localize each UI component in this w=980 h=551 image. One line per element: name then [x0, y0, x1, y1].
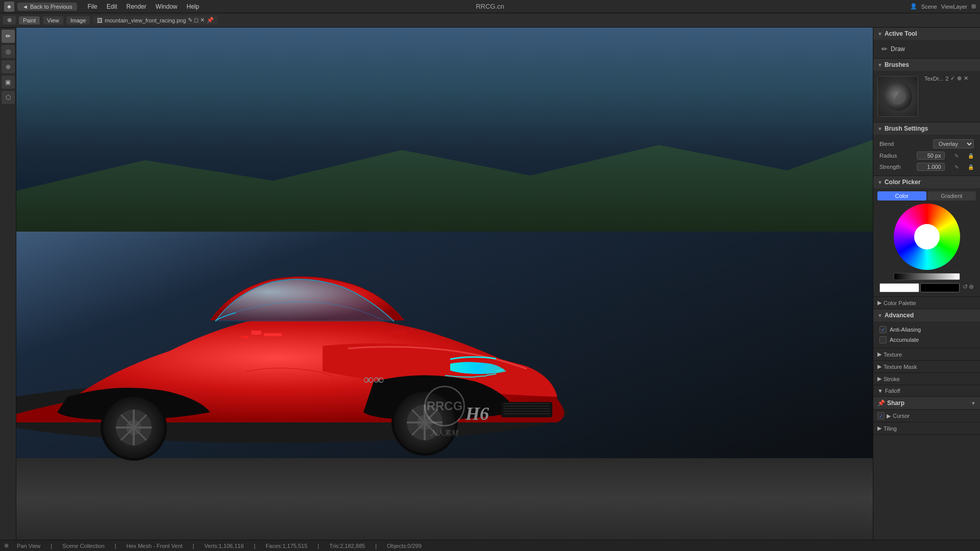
- app-title: RRCG.cn: [476, 3, 504, 10]
- brushes-chevron: ▼: [877, 62, 883, 68]
- status-mesh: Hex Mesh - Front Vent: [127, 543, 183, 549]
- color-swatch-black[interactable]: [920, 283, 960, 292]
- main-area: ✏ ◎ ⊕ ▣ ⬡: [0, 28, 980, 540]
- radius-edit-icon: ✎: [954, 153, 959, 159]
- texture-mask-section[interactable]: ▶ Texture Mask: [873, 361, 980, 373]
- menu-help[interactable]: Help: [183, 2, 204, 11]
- sharp-pin-icon: 📌: [877, 399, 885, 407]
- brushes-header[interactable]: ▼ Brushes: [873, 59, 980, 71]
- falloff-chevron: ▼: [877, 388, 883, 394]
- file-controls: ✎ ◻ ✕: [188, 17, 205, 23]
- brush-preview[interactable]: [877, 76, 918, 117]
- advanced-header[interactable]: ▼ Advanced: [873, 309, 980, 321]
- color-palette-section[interactable]: ▶ Color Palette: [873, 297, 980, 309]
- image-btn[interactable]: Image: [66, 16, 90, 24]
- svg-line-4: [476, 376, 486, 377]
- fill-tool-btn[interactable]: ▣: [2, 76, 15, 89]
- color-wheel[interactable]: [894, 204, 960, 270]
- brush-check-icon: ✓: [950, 75, 955, 82]
- active-tool-chevron: ▼: [877, 31, 883, 37]
- strength-value[interactable]: 1.000: [917, 163, 945, 171]
- tiling-section[interactable]: ▶ Tiling: [873, 422, 980, 435]
- blur-tool-btn[interactable]: ◎: [2, 45, 15, 58]
- viewport-image: ∞∞ H6: [16, 28, 873, 540]
- svg-text:∞∞: ∞∞: [363, 371, 384, 387]
- top-bar: ◈ ◄ Back to Previous File Edit Render Wi…: [0, 0, 980, 13]
- status-separator-3: |: [193, 543, 194, 549]
- accumulate-row: Accumulate: [877, 335, 976, 345]
- texture-chevron: ▶: [877, 351, 881, 358]
- blend-dropdown[interactable]: Overlay Normal Add Multiply: [933, 139, 974, 148]
- tool-icon-btn[interactable]: ⊕: [3, 16, 16, 24]
- color-picker-header[interactable]: ▼ Color Picker: [873, 176, 980, 188]
- color-wheel-container[interactable]: [894, 204, 960, 270]
- svg-text:H6: H6: [465, 404, 489, 424]
- brush-name-row: TexDr... 2 ✓ ⊕ ✕: [922, 74, 976, 83]
- status-tris: Tris:2,182,885: [329, 543, 365, 549]
- color-tab-color[interactable]: Color: [877, 191, 926, 201]
- advanced-content: Anti-Aliasing Accumulate: [873, 321, 980, 348]
- color-swatch-white[interactable]: [879, 283, 919, 292]
- mode-icon: ⊕: [4, 542, 9, 549]
- accumulate-checkbox[interactable]: [879, 336, 887, 343]
- color-picker-content: Color Gradient ↺ ⊕: [873, 188, 980, 296]
- draw-tool-label: Draw: [891, 45, 905, 53]
- menu-file[interactable]: File: [83, 2, 101, 11]
- menu-edit[interactable]: Edit: [103, 2, 121, 11]
- brushes-title: Brushes: [885, 61, 909, 68]
- stroke-section[interactable]: ▶ Stroke: [873, 373, 980, 385]
- pin-icon: 📌: [207, 17, 214, 23]
- cursor-section[interactable]: ▶ Cursor: [873, 410, 980, 422]
- watermark-subtitle: 人人素材: [424, 429, 465, 438]
- falloff-label: Falloff: [885, 388, 900, 394]
- active-tool-header[interactable]: ▼ Active Tool: [873, 28, 980, 40]
- sharp-header[interactable]: 📌 Sharp ▼: [873, 397, 980, 409]
- image-icon: 🖼: [97, 17, 103, 23]
- back-btn-label: Back to Previous: [30, 4, 72, 10]
- viewport[interactable]: ∞∞ H6: [16, 28, 873, 540]
- back-to-previous-button[interactable]: ◄ Back to Previous: [17, 3, 77, 11]
- view-layer-label: ViewLayer: [941, 4, 967, 10]
- color-gradient-bar[interactable]: [894, 273, 960, 280]
- active-tool-content: ✏ Draw: [873, 40, 980, 58]
- status-collection: Scene Collection: [62, 543, 105, 549]
- texture-label: Texture: [884, 352, 902, 358]
- status-separator-6: |: [375, 543, 377, 549]
- radius-value[interactable]: 50 px: [917, 152, 945, 160]
- svg-rect-26: [264, 333, 282, 336]
- brush-settings-section: ▼ Brush Settings Blend Overlay Normal Ad…: [873, 122, 980, 176]
- stroke-chevron: ▶: [877, 375, 881, 382]
- menu-bar: File Edit Render Window Help: [83, 2, 203, 11]
- texture-section[interactable]: ▶ Texture: [873, 348, 980, 361]
- brush-settings-chevron: ▼: [877, 126, 883, 132]
- strength-label: Strength: [879, 164, 908, 170]
- radius-row: Radius 50 px ✎ 🔒: [877, 150, 976, 161]
- falloff-section[interactable]: ▼ Falloff: [873, 385, 980, 397]
- brush-settings-header[interactable]: ▼ Brush Settings: [873, 122, 980, 135]
- menu-window[interactable]: Window: [152, 2, 182, 11]
- filename-label: mountain_view_front_racing.png: [105, 17, 186, 23]
- cursor-checkbox-area: ▶ Cursor: [877, 412, 910, 419]
- road: [16, 458, 873, 540]
- clone-tool-btn[interactable]: ⊕: [2, 60, 15, 73]
- anti-aliasing-checkbox[interactable]: [879, 326, 887, 333]
- watermark: RRCG 人人素材: [424, 386, 465, 438]
- svg-rect-28: [394, 331, 407, 338]
- anti-aliasing-label: Anti-Aliasing: [890, 327, 921, 333]
- color-tab-gradient[interactable]: Gradient: [927, 191, 976, 201]
- color-reset-icon[interactable]: ↺: [963, 283, 968, 292]
- radius-lock-icon: 🔒: [968, 153, 974, 159]
- cursor-chevron: ▶: [887, 413, 891, 419]
- menu-render[interactable]: Render: [122, 2, 150, 11]
- view-btn[interactable]: View: [43, 16, 63, 24]
- mask-tool-btn[interactable]: ⬡: [2, 91, 15, 104]
- color-picker-title: Color Picker: [885, 179, 921, 186]
- color-copy-icon[interactable]: ⊕: [969, 283, 974, 292]
- cursor-checkbox[interactable]: [877, 412, 885, 419]
- draw-tool-btn[interactable]: ✏: [2, 30, 15, 43]
- texture-mask-label: Texture Mask: [884, 364, 917, 370]
- strength-lock-icon: 🔒: [968, 164, 974, 170]
- texture-mask-chevron: ▶: [877, 363, 881, 370]
- paint-mode-btn[interactable]: Paint: [19, 16, 40, 24]
- color-picker-chevron: ▼: [877, 180, 883, 185]
